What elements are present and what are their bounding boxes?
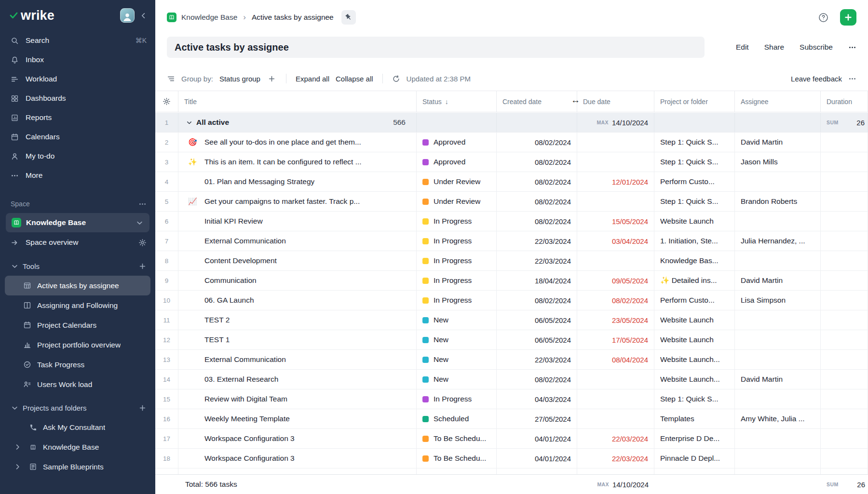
created-date-cell[interactable]: 08/02/2024	[497, 133, 577, 152]
projects-collapse-icon[interactable]	[11, 404, 19, 412]
table-row[interactable]: 18 Workspace Configuration 3 To Be Sched…	[155, 449, 868, 468]
status-cell[interactable]: To Be Schedu...	[417, 429, 497, 448]
table-row[interactable]: 14 03. External Research New 08/02/2024 …	[155, 370, 868, 389]
due-date-cell[interactable]	[577, 389, 654, 409]
table-row[interactable]: 7 External Communication In Progress 22/…	[155, 231, 868, 251]
task-title-cell[interactable]: External Communication	[178, 231, 417, 251]
duration-cell[interactable]	[821, 133, 868, 152]
project-cell[interactable]: Templates	[654, 409, 735, 428]
assignee-cell[interactable]: Amy White, Julia ...	[735, 409, 821, 428]
collapse-group-icon[interactable]	[186, 119, 192, 126]
view-title-input[interactable]: Active tasks by assignee	[167, 37, 705, 58]
status-cell[interactable]: New	[417, 310, 497, 330]
duration-cell[interactable]	[821, 271, 868, 290]
due-date-cell[interactable]: 09/05/2024	[577, 271, 654, 290]
project-cell[interactable]: Enterprise D De...	[654, 429, 735, 448]
created-date-cell[interactable]: 27/05/2024	[497, 409, 577, 428]
project-cell[interactable]: Perform Custo...	[654, 172, 735, 191]
assignee-cell[interactable]	[735, 389, 821, 409]
created-date-cell[interactable]: 04/01/2024	[497, 429, 577, 448]
status-cell[interactable]: Under Review	[417, 172, 497, 191]
project-cell[interactable]: Website Launch...	[654, 370, 735, 389]
status-cell[interactable]: In Progress	[417, 212, 497, 231]
project-cell[interactable]: 1. Initiation, Ste...	[654, 231, 735, 251]
task-title-cell[interactable]: 🎯 See all your to-dos in one place and g…	[178, 133, 417, 152]
duration-cell[interactable]	[821, 192, 868, 211]
assignee-cell[interactable]: Julia Hernandez, ...	[735, 231, 821, 251]
table-settings-gear-icon[interactable]	[163, 97, 171, 106]
created-date-cell[interactable]: 22/03/2024	[497, 231, 577, 251]
assignee-cell[interactable]	[735, 449, 821, 468]
assignee-cell[interactable]	[735, 212, 821, 231]
duration-cell[interactable]	[821, 429, 868, 448]
sidebar-item-workload[interactable]: Workload	[0, 69, 155, 89]
task-title-cell[interactable]: 06. GA Launch	[178, 291, 417, 310]
leave-feedback-button[interactable]: Leave feedback	[791, 75, 842, 83]
column-header-due-date[interactable]: Due date	[577, 91, 654, 112]
due-date-cell[interactable]: 22/03/2024	[577, 449, 654, 468]
sort-descending-icon[interactable]: ↓	[445, 98, 448, 106]
expand-all-button[interactable]: Expand all	[296, 75, 329, 83]
space-more-button[interactable]	[138, 200, 147, 208]
tools-section-header[interactable]: Tools	[0, 256, 155, 276]
group-row-all-active[interactable]: 1 All active 566 MAX 14/10/2024	[155, 113, 868, 133]
refresh-icon[interactable]	[392, 75, 400, 83]
tool-item-assigning-and-following[interactable]: Assigning and Following	[5, 295, 150, 315]
status-cell[interactable]: In Progress	[417, 271, 497, 290]
assignee-cell[interactable]: David Martin	[735, 370, 821, 389]
column-header-status[interactable]: Status↓	[417, 91, 497, 112]
task-title-cell[interactable]: Communication	[178, 271, 417, 290]
due-date-cell[interactable]	[577, 409, 654, 428]
toolbar-more-button[interactable]	[848, 75, 856, 83]
created-date-cell[interactable]: 04/03/2024	[497, 389, 577, 409]
created-date-cell[interactable]: 08/02/2024	[497, 370, 577, 389]
task-title-cell[interactable]: Weekly Meeting Template	[178, 409, 417, 428]
sidebar-item-dashboards[interactable]: Dashboards	[0, 89, 155, 108]
sidebar-item-search[interactable]: Search ⌘K	[0, 31, 155, 50]
due-date-cell[interactable]: 03/04/2024	[577, 231, 654, 251]
status-cell[interactable]: Under Review	[417, 192, 497, 211]
project-cell[interactable]: Perform Custo...	[654, 291, 735, 310]
status-cell[interactable]: To Be Schedu...	[417, 449, 497, 468]
duration-cell[interactable]	[821, 409, 868, 428]
due-date-cell[interactable]	[577, 133, 654, 152]
created-date-cell[interactable]: 06/05/2024	[497, 310, 577, 330]
assignee-cell[interactable]: Brandon Roberts	[735, 192, 821, 211]
due-date-cell[interactable]: 12/01/2024	[577, 172, 654, 191]
column-header-created-date[interactable]: Created date	[497, 91, 577, 112]
task-title-cell[interactable]: External Communication	[178, 350, 417, 369]
assignee-cell[interactable]	[735, 429, 821, 448]
project-cell[interactable]: Pinnacle D Depl...	[654, 449, 735, 468]
due-date-cell[interactable]: 08/04/2024	[577, 350, 654, 369]
breadcrumb-parent[interactable]: Knowledge Base	[181, 13, 237, 22]
project-cell[interactable]: Step 1: Quick S...	[654, 389, 735, 409]
due-date-cell[interactable]	[577, 370, 654, 389]
sidebar-item-more[interactable]: More	[0, 166, 155, 185]
duration-cell[interactable]	[821, 310, 868, 330]
space-selector[interactable]: Knowledge Base	[6, 213, 149, 232]
table-row[interactable]: 4 01. Plan and Messaging Strategy Under …	[155, 172, 868, 192]
tool-item-users-work-load[interactable]: Users Work load	[5, 374, 150, 394]
status-cell[interactable]: New	[417, 370, 497, 389]
table-row[interactable]: 6 Initial KPI Review In Progress 08/02/2…	[155, 212, 868, 231]
table-row[interactable]: 11 TEST 2 New 06/05/2024 23/05/2024 Webs…	[155, 310, 868, 330]
table-row[interactable]: 17 Workspace Configuration 3 To Be Sched…	[155, 429, 868, 449]
table-row[interactable]: 2 🎯 See all your to-dos in one place and…	[155, 133, 868, 152]
status-cell[interactable]: In Progress	[417, 291, 497, 310]
project-cell[interactable]: Step 1: Quick S...	[654, 152, 735, 172]
add-project-button[interactable]	[138, 404, 147, 412]
duration-cell[interactable]	[821, 231, 868, 251]
tool-item-active-tasks-by-assignee[interactable]: Active tasks by assignee	[5, 276, 150, 295]
projects-section-header[interactable]: Projects and folders	[0, 398, 155, 417]
due-date-cell[interactable]: 08/02/2024	[577, 291, 654, 310]
table-row[interactable]: 5 📈 Get your campaigns to market faster.…	[155, 192, 868, 212]
assignee-cell[interactable]: David Martin	[735, 133, 821, 152]
due-date-cell[interactable]: 22/03/2024	[577, 429, 654, 448]
assignee-cell[interactable]: David Martin	[735, 271, 821, 290]
assignee-cell[interactable]	[735, 310, 821, 330]
duration-cell[interactable]	[821, 291, 868, 310]
due-date-cell[interactable]	[577, 192, 654, 211]
share-button[interactable]: Share	[764, 43, 784, 52]
project-cell[interactable]: Knowledge Bas...	[654, 251, 735, 270]
task-title-cell[interactable]: Initial KPI Review	[178, 212, 417, 231]
